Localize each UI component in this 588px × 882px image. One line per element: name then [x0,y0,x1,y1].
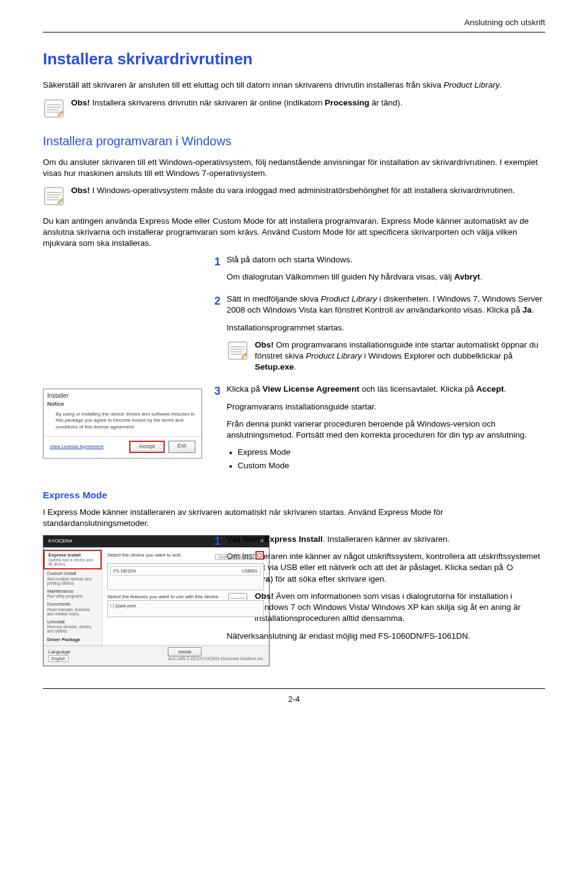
exp-step1-p2: Om installeraren inte känner av något ut… [227,551,545,585]
step-3-p1-bold1: View License Agreement [263,384,360,393]
sidebar-uninst-label: Uninstall [47,620,98,625]
search-input[interactable]: Search devices... [215,554,254,560]
exp-step1-p1-b: . Installeraren känner av skrivaren. [323,534,450,544]
chapter-heading: Installera skrivardrivrutinen [43,48,545,70]
exp-step1-p2-b: ) för att söka efter skrivare igen. [270,574,386,584]
express-mode-heading: Express Mode [43,489,545,502]
step-3-p1: Klicka på View License Agreement och läs… [227,384,545,395]
step-1-p2-bold: Avbryt [454,272,480,281]
sidebar-docs-desc: Read manuals, licenses, and release note… [47,607,98,616]
language-select[interactable]: English [48,655,69,662]
note-icon [227,340,249,362]
step-3-p1-a: Klicka på [227,384,263,393]
feature-quick-print-label: Quick print [115,604,135,608]
language-label: Language [48,649,70,655]
main-prompt-2: Select the features you want to use with… [107,594,264,601]
notice-dialog: Installer Notice By using or installing … [43,389,202,458]
notice-dialog-title: Installer [43,389,202,400]
installer-sidebar: Express Install Quickly add a device and… [43,547,102,646]
step-3-p3: Från denna punkt varierar proceduren ber… [227,419,545,441]
page-header-region: Anslutning och utskrift [43,17,545,28]
device-list-item[interactable]: FS-1061DN USB001 [110,566,261,576]
step-1-number: 1 [208,254,227,269]
step-2-note: Obs! Om programvarans installationsguide… [227,340,545,373]
accept-button[interactable]: Accept [129,441,165,452]
exp-step1-p1-bold: Express Install [265,534,323,544]
note-1-a: Installera skrivarens drivrutin när skri… [92,98,325,107]
note-1-b: är tänd). [369,98,402,107]
sidebar-uninst-desc: Remove devices, drivers, and utilities. [47,625,98,633]
exit-button[interactable]: Exit [168,441,195,452]
express-step-1-figure: KYOCERA ✕ Express Install Quickly add a … [43,534,208,666]
windows-intro: Om du ansluter skrivaren till ett Window… [43,157,545,179]
step-3-bullets: Express Mode Custom Mode [227,447,545,471]
footer-rule [43,688,545,689]
step-1: 1 Slå på datorn och starta Windows. Om d… [43,254,545,289]
view-license-link[interactable]: View License Agreement [50,444,104,451]
note-1-bold: Processing [325,98,369,107]
step-1-body: Slå på datorn och starta Windows. Om dia… [227,254,545,289]
express-intro: I Express Mode känner installeraren av s… [43,507,545,529]
note-2: Obs! I Windows-operativsystem måste du v… [43,185,545,207]
step-2-p1-bold: Ja [522,305,532,314]
exp-step1-p1-a: Välj fliken [227,534,265,544]
sidebar-express-label: Express Install [48,553,97,558]
intro-text-a: Säkerställ att skrivaren är ansluten til… [43,80,443,89]
step-2-p2: Installationsprogrammet startas. [227,322,545,333]
exp-step1-p2-a: Om installeraren inte känner av något ut… [227,552,540,572]
feature-list[interactable]: ☐ Quick print [107,600,264,617]
sidebar-custom-desc: Add multiple devices and printing utilit… [47,577,98,585]
notice-dialog-body: By using or installing the device driver… [43,411,202,436]
sidebar-item-custom[interactable]: Custom Install Add multiple devices and … [43,569,102,587]
sidebar-item-maintenance[interactable]: Maintenance Run utility programs. [43,587,102,600]
sidebar-driver-package: Driver Package [43,635,102,643]
step-3: Installer Notice By using or installing … [43,384,545,474]
step-1-p2: Om dialogrutan Välkommen till guiden Ny … [227,272,545,283]
step-3-number: 3 [208,384,227,398]
sidebar-item-documents[interactable]: Documents Read manuals, licenses, and re… [43,600,102,618]
device-list[interactable]: FS-1061DN USB001 [107,563,264,590]
step-2-note-bold: Setup.exe [255,362,294,371]
step-3-p1-bold2: Accept [476,384,503,393]
note-icon [43,185,65,207]
install-steps: 1 Slå på datorn och starta Windows. Om d… [43,254,545,474]
note-2-body: I Windows-operativsystem måste du vara i… [92,186,515,195]
sidebar-maint-desc: Run utility programs. [47,594,98,598]
exp-step1-p3: Nätverksanslutning är endast möjlig med … [227,631,545,642]
step-2-p1-c: . [532,305,534,314]
step-2-p1-italic: Product Library [321,294,377,303]
step-1-p1: Slå på datorn och starta Windows. [227,254,545,265]
bullet-express: Express Mode [227,447,545,458]
installer-copyright: v6.0.1429 © 2013 KYOCERA Document Soluti… [168,656,264,661]
express-step-1-number: 1 [208,534,227,549]
note-1: Obs! Installera skrivarens drivrutin när… [43,97,545,120]
express-steps: KYOCERA ✕ Express Install Quickly add a … [43,534,545,666]
installer-brand: KYOCERA [48,538,72,545]
step-2-p1-a: Sätt in medföljande skiva [227,294,321,303]
step-2-note-label: Obs! [255,340,276,349]
notice-dialog-subtitle: Notice [43,400,202,411]
sidebar-item-express[interactable]: Express Install Quickly add a device and… [43,550,102,570]
sidebar-docs-label: Documents [47,602,98,607]
exp-step1-note-body: Även om informationen som visas i dialog… [255,591,521,623]
note-1-label: Obs! [71,98,92,107]
note-icon [43,97,65,120]
install-button[interactable]: Install [168,647,202,656]
step-2-note-c: . [294,362,296,371]
step-2-note-italic: Product Library [306,351,362,360]
sidebar-maint-label: Maintenance [47,589,98,594]
step-3-body: Klicka på View License Agreement och läs… [227,384,545,474]
page-number: 2-4 [43,694,545,705]
bullet-custom: Custom Mode [227,460,545,471]
windows-modes-paragraph: Du kan antingen använda Express Mode ell… [43,216,545,249]
refresh-icon [506,563,514,571]
main-prompt-1: Select the device you want to add. [107,552,182,559]
feature-quick-print[interactable]: ☐ Quick print [110,603,261,609]
refresh-icon[interactable] [255,551,264,560]
device-port: USB001 [242,568,258,574]
installer-main: Select the device you want to add. Searc… [102,547,269,646]
header-rule [43,32,545,32]
step-2-p1: Sätt in medföljande skiva Product Librar… [227,294,545,316]
note-2-label: Obs! [71,186,92,195]
sidebar-item-uninstall[interactable]: Uninstall Remove devices, drivers, and u… [43,618,102,636]
